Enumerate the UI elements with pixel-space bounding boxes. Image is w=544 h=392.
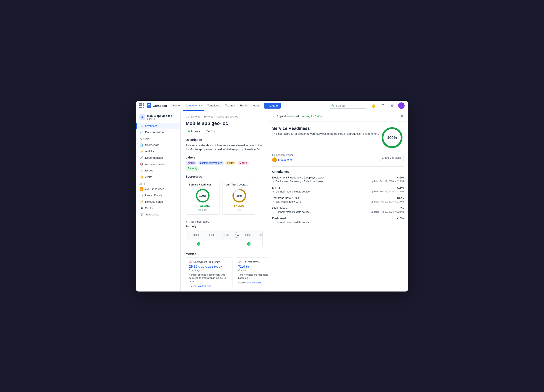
sidebar-item-announcements[interactable]: 📢 Announcements bbox=[136, 161, 180, 167]
help-icon[interactable]: ? bbox=[379, 102, 386, 109]
deployment-freq-source-link[interactable]: Vitafleet-auth bbox=[198, 285, 212, 287]
logo[interactable]: Compass bbox=[147, 103, 167, 108]
metric-unit-test-cov[interactable]: 📈 Unit test cove… 71.4 % Current Time fr… bbox=[235, 257, 268, 290]
breadcrumb-current[interactable]: Mobile app geo-loc bbox=[217, 115, 238, 118]
criteria-row-dashboard: Dashboard +10% bbox=[272, 217, 404, 220]
panel-title-row: Service Readiness This scorecard is for … bbox=[272, 126, 404, 149]
owner-avatar-initials: M bbox=[274, 158, 275, 161]
label-customer-inventory[interactable]: customer inventory bbox=[198, 161, 224, 165]
sidebar-item-dependencies[interactable]: 🔗 Dependencies bbox=[136, 155, 180, 161]
page-title: Mobile app geo-loc bbox=[186, 121, 263, 126]
right-panel: ✓ Applied scorecard Passing for 1 day ✕ … bbox=[268, 111, 408, 292]
grid-icon[interactable] bbox=[139, 103, 144, 108]
sidebar-item-aws[interactable]: aws AWS resources bbox=[136, 186, 180, 192]
sidebar-item-issues[interactable]: ⚠ Issues bbox=[136, 167, 180, 174]
sidebar-item-documentation[interactable]: 📄 Documentation bbox=[136, 129, 180, 135]
tier-label: Tier 1 bbox=[206, 130, 213, 133]
sidebar-item-releasenotes[interactable]: 📝 Release notes bbox=[136, 199, 180, 205]
sidebar-item-api[interactable]: </> API bbox=[136, 135, 180, 142]
svg-marker-1 bbox=[149, 105, 149, 105]
svg-point-0 bbox=[148, 104, 150, 107]
apply-scorecard-button[interactable]: + + Apply scorecard bbox=[186, 219, 263, 225]
announcements-icon: 📢 bbox=[140, 163, 143, 166]
scorecard-unit-test-title: Unit Test Covera… bbox=[225, 183, 253, 186]
criteria-updated-chat: Updated Feb 17, 2024, 4:12 PM bbox=[370, 211, 404, 213]
deployment-freq-value: 29.25 deploys / week bbox=[189, 265, 229, 269]
nav-templates[interactable]: Templates bbox=[205, 101, 222, 111]
issues-icon: ⚠ bbox=[140, 169, 143, 172]
label-portal[interactable]: Portal bbox=[225, 161, 236, 165]
timeline-dots-container bbox=[189, 242, 260, 246]
scorecard-circle-wrap-2: 80% ! NEEDS 🕐 bbox=[225, 188, 253, 211]
owner-name[interactable]: M Modestone bbox=[272, 158, 293, 162]
sidebar-item-scorecards[interactable]: 📊 Scorecards bbox=[136, 142, 180, 148]
service-readiness-circle: 100% bbox=[195, 188, 210, 203]
unit-test-cov-source: Source: Vitafleet-auth bbox=[238, 281, 268, 284]
search-box[interactable]: 🔍 Search bbox=[329, 103, 367, 109]
metric-deployment-freq[interactable]: 📈 Deployment Frequency 29.25 deploys / w… bbox=[186, 257, 232, 290]
service-info: Mobile app geo-loc Service bbox=[147, 114, 172, 120]
nav-components[interactable]: Components ▾ bbox=[183, 101, 204, 111]
user-avatar[interactable]: U bbox=[398, 102, 405, 109]
activity-icon: ⚡ bbox=[140, 150, 143, 153]
check-icon-5: ✓ bbox=[272, 221, 275, 224]
label-global[interactable]: global bbox=[186, 161, 197, 165]
check-icon-1: ✓ bbox=[272, 180, 275, 183]
criteria-check-mttr: ✓ Connect metric to data source bbox=[272, 190, 310, 193]
notifications-icon[interactable]: 🔔 bbox=[370, 102, 377, 109]
sidebar-item-statuspage[interactable]: 📡 Statuspage bbox=[136, 211, 180, 218]
active-dot bbox=[188, 130, 190, 132]
criteria-updated-mttr: Updated Feb 17, 2024, 4:12 PM bbox=[370, 190, 404, 193]
criteria-row-deployment-freq: Deployment Frequency ≥ 5 deploys / week … bbox=[272, 176, 404, 179]
nav-home[interactable]: Home bbox=[171, 101, 182, 111]
breadcrumb-services[interactable]: Services bbox=[203, 115, 213, 118]
time-2200: 22:00 bbox=[203, 234, 218, 236]
settings-icon[interactable]: ⚙ bbox=[389, 102, 396, 109]
status-chevron-icon: ▾ bbox=[199, 130, 200, 132]
time-0000: 00:00 bbox=[218, 234, 233, 236]
top-navigation: Compass Home Components ▾ Templates Team… bbox=[136, 101, 408, 111]
sidebar-item-launchdarkly[interactable]: ▷ LaunchDarkly bbox=[136, 192, 180, 199]
scorecards-grid: Service Readiness 100% ✓ bbox=[186, 180, 263, 215]
active-status-badge[interactable]: Active ▾ bbox=[186, 129, 202, 134]
sidebar-item-activity[interactable]: ⚡ Activity bbox=[136, 148, 180, 155]
nav-apps[interactable]: Apps bbox=[251, 101, 262, 111]
score-circle-value: 100% bbox=[387, 135, 397, 140]
create-jira-button[interactable]: Create Jira issue bbox=[379, 155, 404, 161]
owner-label: Component owner bbox=[272, 154, 293, 157]
needs-icon: ! bbox=[234, 205, 235, 207]
criteria-name-mttr: MTTR bbox=[272, 186, 280, 189]
applied-scorecard-label: Applied scorecard bbox=[277, 115, 299, 118]
sidebar-item-alerts[interactable]: 🔔 Alerts bbox=[136, 174, 180, 180]
panel-close-button[interactable]: ✕ bbox=[401, 114, 404, 118]
logo-text: Compass bbox=[153, 104, 167, 107]
breadcrumb-components[interactable]: Components bbox=[186, 115, 200, 118]
criteria-name-chat: Chat channel bbox=[272, 206, 289, 210]
activity-title: Activity bbox=[186, 225, 263, 228]
scorecard-unit-test[interactable]: Unit Test Covera… 80% ! bbox=[222, 180, 256, 215]
tier-badge[interactable]: Tier 1 ▾ bbox=[204, 129, 217, 134]
sidebar-item-sentry[interactable]: ◉ Sentry bbox=[136, 205, 180, 211]
unit-test-time: 🕐 bbox=[238, 209, 241, 211]
criteria-row-mttr: MTTR +15% bbox=[272, 186, 404, 189]
code-icon: </> bbox=[140, 137, 143, 140]
nav-teams[interactable]: Teams ▾ bbox=[223, 101, 237, 111]
criteria-updated-deployment-freq: Updated Feb 17, 2024, 4:12 PM bbox=[370, 180, 404, 182]
deployment-freq-ago: 6 days ago bbox=[189, 269, 229, 272]
scorecard-service-readiness[interactable]: Service Readiness 100% ✓ bbox=[186, 180, 220, 215]
criteria-score-deployment-freq: +35% bbox=[396, 176, 404, 179]
scorecard-service-readiness-title: Service Readiness bbox=[189, 183, 217, 186]
panel-title-desc: Service Readiness This scorecard is for … bbox=[272, 126, 379, 140]
sidebar-service: ◈ Mobile app geo-loc Service bbox=[139, 114, 177, 120]
service-readiness-percent: 100% bbox=[199, 194, 206, 197]
service-type: Service bbox=[147, 117, 172, 120]
label-security[interactable]: Security bbox=[186, 166, 199, 171]
label-mobile[interactable]: Mobile bbox=[237, 161, 249, 165]
releasenotes-icon: 📝 bbox=[140, 200, 143, 204]
chevron-down-icon: ▾ bbox=[201, 104, 202, 106]
sidebar-item-overview[interactable]: ☰ Overview bbox=[136, 123, 180, 129]
active-label: Active bbox=[191, 130, 198, 133]
nav-health[interactable]: Health bbox=[238, 101, 250, 111]
unit-test-cov-source-link[interactable]: Vitafleet-auth bbox=[247, 281, 261, 284]
create-button[interactable]: + Create bbox=[264, 103, 281, 109]
